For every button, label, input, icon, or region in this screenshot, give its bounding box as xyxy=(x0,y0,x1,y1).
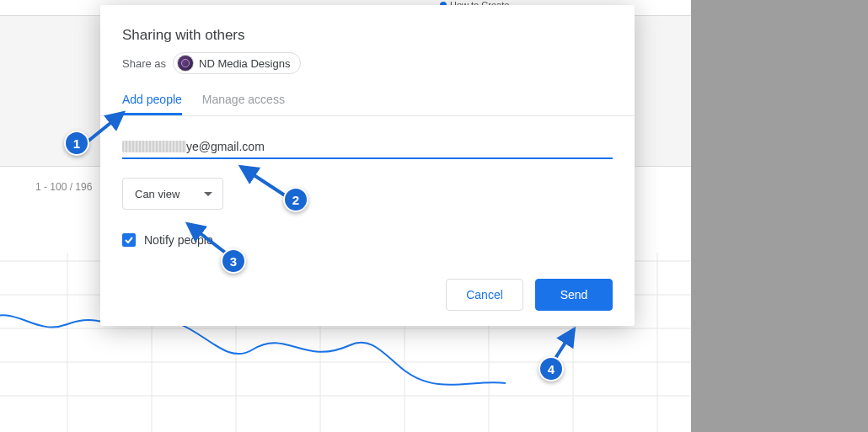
redacted-text xyxy=(122,141,186,152)
annotation-badge-3: 3 xyxy=(221,248,246,274)
annotation-badge-2: 2 xyxy=(283,187,308,212)
share-as-row: Share as ND Media Designs xyxy=(100,52,635,89)
svg-line-13 xyxy=(88,113,123,141)
email-suffix: ye@gmail.com xyxy=(186,140,265,153)
notify-checkbox[interactable] xyxy=(122,233,136,247)
share-as-name: ND Media Designs xyxy=(199,57,290,70)
svg-line-15 xyxy=(188,224,228,254)
dialog-tabs: Add people Manage access xyxy=(100,89,635,116)
sharing-dialog: Sharing with others Share as ND Media De… xyxy=(100,5,635,326)
svg-line-14 xyxy=(241,167,285,195)
dialog-title: Sharing with others xyxy=(100,27,635,52)
cancel-button[interactable]: Cancel xyxy=(446,279,523,311)
permission-select[interactable]: Can view xyxy=(122,178,223,210)
annotation-badge-1: 1 xyxy=(64,131,89,156)
share-as-label: Share as xyxy=(122,57,166,70)
avatar-icon xyxy=(177,55,194,72)
permission-label: Can view xyxy=(135,188,179,200)
share-as-selector[interactable]: ND Media Designs xyxy=(173,52,301,74)
email-input[interactable]: ye@gmail.com xyxy=(122,140,613,159)
annotation-badge-4: 4 xyxy=(538,356,564,381)
tab-manage-access[interactable]: Manage access xyxy=(202,89,285,115)
caret-down-icon xyxy=(204,192,212,196)
checkmark-icon xyxy=(124,235,134,245)
send-button[interactable]: Send xyxy=(535,279,613,311)
pagination-text: 1 - 100 / 196 xyxy=(35,181,92,193)
side-panel xyxy=(691,0,868,432)
annotation-arrow-1 xyxy=(85,108,131,153)
svg-line-16 xyxy=(555,329,574,360)
